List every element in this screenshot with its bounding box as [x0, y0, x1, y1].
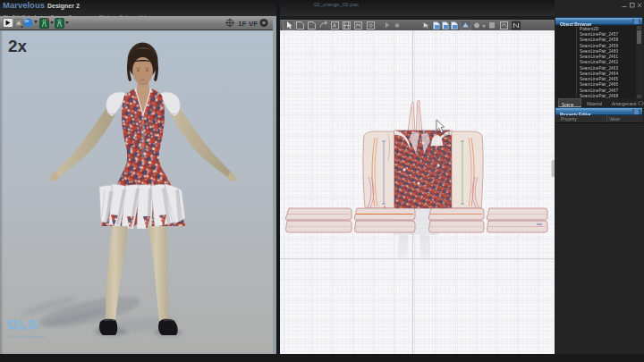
svg-text:1F: 1F [238, 20, 246, 28]
svg-text:VF: VF [249, 20, 258, 28]
